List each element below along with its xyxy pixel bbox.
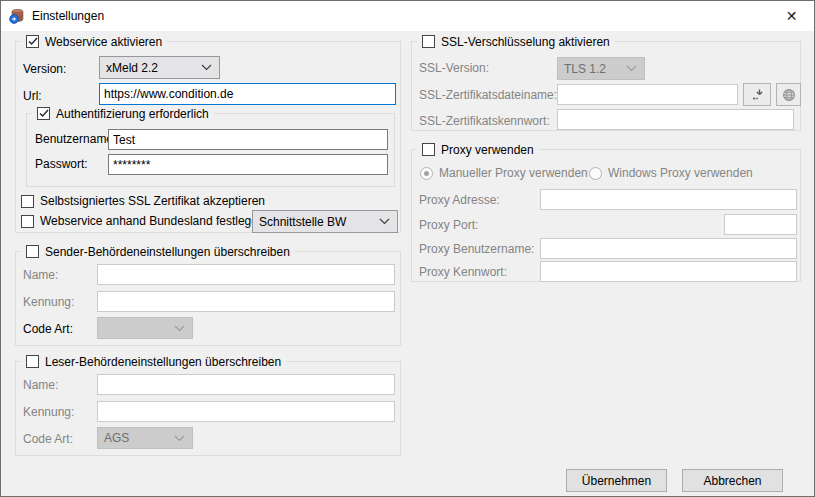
chevron-down-icon xyxy=(626,65,637,72)
ssl-certpass-input[interactable] xyxy=(557,109,794,130)
version-select[interactable]: xMeld 2.2 xyxy=(99,56,220,79)
proxy-username-input[interactable] xyxy=(540,238,797,259)
chevron-down-icon xyxy=(379,218,390,225)
manual-proxy-label: Manueller Proxy verwenden xyxy=(439,166,588,180)
leser-name-input[interactable] xyxy=(97,374,395,395)
url-label: Url: xyxy=(23,89,42,103)
ssl-version-value: TLS 1.2 xyxy=(564,62,606,76)
webservice-enable-row: Webservice aktivieren xyxy=(21,33,167,50)
leser-group: Leser-Behördeneinstellungen überschreibe… xyxy=(15,361,401,456)
auth-enable-label: Authentifizierung erforderlich xyxy=(56,107,209,121)
proxy-enable-label: Proxy verwenden xyxy=(441,143,534,157)
titlebar: Einstellungen ✕ xyxy=(1,1,814,31)
proxy-enable-row: Proxy verwenden xyxy=(417,141,539,158)
leser-enable-checkbox[interactable] xyxy=(26,355,39,368)
username-label: Benutzername: xyxy=(35,132,116,146)
leser-codeart-select: AGS xyxy=(97,427,193,449)
certfile-web-button xyxy=(776,83,801,106)
window-title: Einstellungen xyxy=(32,9,104,23)
close-icon: ✕ xyxy=(786,8,798,24)
auth-enable-checkbox[interactable] xyxy=(37,107,50,120)
password-label: Passwort: xyxy=(35,157,88,171)
chevron-down-icon xyxy=(174,325,185,332)
bundesland-checkbox[interactable] xyxy=(21,215,34,228)
sender-kennung-label: Kennung: xyxy=(23,295,74,309)
ssl-enable-checkbox[interactable] xyxy=(422,35,435,48)
leser-name-label: Name: xyxy=(23,378,58,392)
sender-kennung-input[interactable] xyxy=(97,291,395,312)
proxy-port-label: Proxy Port: xyxy=(419,218,478,232)
manual-proxy-radio xyxy=(420,167,433,180)
leser-codeart-label: Code Art: xyxy=(23,432,73,446)
leser-enable-row: Leser-Behördeneinstellungen überschreibe… xyxy=(21,353,286,370)
sender-enable-row: Sender-Behördeneinstellungen überschreib… xyxy=(21,243,295,260)
selfsigned-checkbox[interactable] xyxy=(21,195,34,208)
chevron-down-icon xyxy=(201,64,212,71)
proxy-username-label: Proxy Benutzername: xyxy=(419,242,534,256)
webservice-group: Webservice aktivieren Version: xMeld 2.2… xyxy=(15,41,401,233)
ssl-enable-row: SSL-Verschlüsselung aktivieren xyxy=(417,33,615,50)
ssl-version-select: TLS 1.2 xyxy=(557,57,645,80)
windows-proxy-radio xyxy=(589,167,602,180)
sender-enable-label: Sender-Behördeneinstellungen überschreib… xyxy=(45,245,290,259)
settings-dialog: Einstellungen ✕ Webservice aktivieren Ve… xyxy=(0,0,815,497)
proxy-address-input[interactable] xyxy=(540,189,797,210)
ssl-certpass-label: SSL-Zertifikatskennwort: xyxy=(419,114,550,128)
sender-codeart-select xyxy=(97,317,193,339)
webservice-enable-checkbox[interactable] xyxy=(26,35,39,48)
leser-enable-label: Leser-Behördeneinstellungen überschreibe… xyxy=(45,355,281,369)
bundesland-row: Webservice anhand Bundesland festlegen xyxy=(21,214,265,228)
username-input[interactable] xyxy=(108,129,388,150)
globe-icon xyxy=(782,88,796,102)
ssl-certfile-label: SSL-Zertifikatsdateiname: xyxy=(419,88,557,102)
sender-name-input[interactable] xyxy=(97,264,395,285)
ssl-version-label: SSL-Version: xyxy=(419,61,489,75)
version-label: Version: xyxy=(23,62,66,76)
leser-kennung-input[interactable] xyxy=(97,401,395,422)
webservice-enable-label: Webservice aktivieren xyxy=(45,35,162,49)
bundesland-select[interactable]: Schnittstelle BW xyxy=(252,210,398,233)
leser-codeart-value: AGS xyxy=(104,431,129,445)
bundesland-select-value: Schnittstelle BW xyxy=(259,215,346,229)
ssl-group: SSL-Verschlüsselung aktivieren SSL-Versi… xyxy=(411,41,801,131)
proxy-password-input[interactable] xyxy=(540,261,797,282)
import-arrow-icon xyxy=(751,88,764,101)
sender-name-label: Name: xyxy=(23,268,58,282)
version-select-value: xMeld 2.2 xyxy=(106,61,158,75)
certfile-browse-button xyxy=(743,83,771,106)
cancel-button[interactable]: Abbrechen xyxy=(682,469,783,492)
selfsigned-label: Selbstsigniertes SSL Zertifikat akzeptie… xyxy=(40,194,265,208)
proxy-port-input[interactable] xyxy=(724,214,797,235)
auth-enable-row: Authentifizierung erforderlich xyxy=(32,105,214,122)
auth-group: Authentifizierung erforderlich Benutzern… xyxy=(26,113,395,187)
sender-group: Sender-Behördeneinstellungen überschreib… xyxy=(15,251,401,346)
apply-button[interactable]: Übernehmen xyxy=(566,469,667,492)
ssl-certfile-input[interactable] xyxy=(557,84,738,105)
chevron-down-icon xyxy=(174,435,185,442)
password-input[interactable] xyxy=(108,154,388,175)
windows-proxy-radio-row: Windows Proxy verwenden xyxy=(589,166,753,180)
proxy-address-label: Proxy Adresse: xyxy=(419,193,500,207)
app-database-icon xyxy=(9,8,25,24)
sender-codeart-label: Code Art: xyxy=(23,322,73,336)
close-button[interactable]: ✕ xyxy=(769,2,814,31)
proxy-group: Proxy verwenden Manueller Proxy verwende… xyxy=(411,149,801,282)
ssl-enable-label: SSL-Verschlüsselung aktivieren xyxy=(441,35,610,49)
manual-proxy-radio-row: Manueller Proxy verwenden xyxy=(420,166,588,180)
windows-proxy-label: Windows Proxy verwenden xyxy=(608,166,753,180)
bundesland-label: Webservice anhand Bundesland festlegen xyxy=(40,214,265,228)
proxy-enable-checkbox[interactable] xyxy=(422,143,435,156)
sender-enable-checkbox[interactable] xyxy=(26,245,39,258)
selfsigned-row: Selbstsigniertes SSL Zertifikat akzeptie… xyxy=(21,194,265,208)
leser-kennung-label: Kennung: xyxy=(23,405,74,419)
url-input[interactable] xyxy=(99,83,396,105)
proxy-password-label: Proxy Kennwort: xyxy=(419,265,507,279)
